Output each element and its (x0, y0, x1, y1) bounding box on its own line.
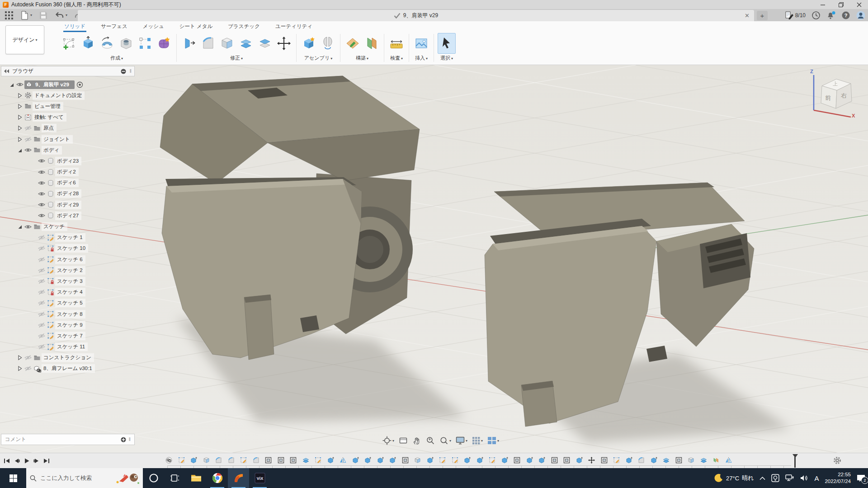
expand-arrow-icon[interactable] (15, 224, 24, 230)
visibility-eye-off-icon[interactable] (37, 245, 46, 251)
timeline-feature-boxed-feature[interactable] (675, 457, 682, 464)
visibility-eye-icon[interactable] (37, 191, 46, 197)
offset-face-button[interactable] (256, 33, 274, 53)
timeline-feature-boxed-feature[interactable] (514, 457, 520, 464)
step-forward-button[interactable] (33, 458, 40, 464)
offset-plane-button[interactable] (363, 33, 380, 53)
activate-component-radio[interactable] (76, 81, 83, 88)
viewcube-right-face[interactable]: 右 (841, 92, 847, 100)
timeline-feature-combine[interactable] (700, 457, 707, 464)
combine-button[interactable] (237, 33, 255, 53)
timeline-feature-sketch[interactable] (178, 457, 185, 464)
timeline-feature-extrude[interactable] (476, 457, 483, 464)
timeline-feature-sketch[interactable] (489, 457, 495, 464)
panel-grip[interactable]: ‖ (130, 69, 132, 74)
visibility-eye-icon[interactable] (37, 180, 46, 186)
expand-arrow-icon[interactable] (15, 136, 24, 142)
ribbon-group-4-label[interactable]: 検査 (390, 55, 403, 61)
tree-item[interactable]: ボディ27 (0, 210, 138, 221)
timeline-feature-boxed-feature[interactable] (278, 457, 284, 464)
rectangular-pattern-button[interactable] (137, 33, 154, 53)
timeline-feature-extrude[interactable] (352, 457, 359, 464)
job-status-button[interactable]: 8/10 (785, 11, 806, 19)
tree-item[interactable]: スケッチ 8 (0, 309, 138, 319)
tree-item[interactable]: スケッチ 1 (0, 232, 138, 243)
expand-arrow-icon[interactable] (15, 355, 24, 361)
user-avatar[interactable] (856, 11, 865, 20)
new-tab-button[interactable]: + (757, 11, 768, 20)
tree-item[interactable]: 接触: すべて (0, 112, 138, 123)
workspace-selector[interactable]: デザイン (5, 25, 44, 54)
ime-mode-indicator[interactable]: A (814, 474, 819, 482)
timeline-feature-fillet[interactable] (638, 457, 645, 464)
timeline-feature-extrude[interactable] (626, 457, 632, 464)
visibility-eye-icon[interactable] (37, 213, 46, 218)
tree-item[interactable]: ボディ23 (0, 155, 138, 166)
expand-arrow-icon[interactable] (15, 147, 24, 153)
timeline-feature-linked-component[interactable] (165, 457, 172, 464)
taskbar-app-task-view[interactable] (164, 468, 185, 488)
visibility-eye-off-icon[interactable] (24, 125, 33, 131)
create-sketch-button[interactable] (61, 33, 78, 53)
step-back-button[interactable] (14, 458, 20, 464)
expand-arrow-icon[interactable] (15, 114, 24, 120)
joint-button[interactable] (319, 33, 336, 53)
timeline-feature-extrude[interactable] (464, 457, 471, 464)
collapse-panel-icon[interactable] (4, 69, 9, 73)
tree-item[interactable]: コンストラクション (0, 352, 138, 363)
comment-box[interactable]: コメント ‖ (1, 434, 135, 445)
tree-item[interactable]: ドキュメントの設定 (0, 90, 138, 101)
viewcube-front-face[interactable]: 前 (825, 94, 831, 102)
timeline-feature-boxed-feature[interactable] (402, 457, 409, 464)
zoom-button[interactable] (425, 435, 436, 446)
expand-arrow-icon[interactable] (15, 125, 24, 131)
start-button[interactable] (0, 468, 26, 488)
timeline-feature-shell[interactable] (688, 457, 694, 464)
pan-button[interactable] (411, 435, 423, 446)
timeline-feature-sketch[interactable] (240, 457, 247, 464)
tree-item[interactable]: スケッチ 5 (0, 298, 138, 309)
visibility-eye-off-icon[interactable] (37, 235, 46, 240)
shell-button[interactable] (218, 33, 236, 53)
ribbon-group-3-label[interactable]: 構築 (356, 55, 368, 61)
expand-arrow-icon[interactable] (15, 366, 24, 371)
undo-button[interactable] (52, 10, 70, 20)
visibility-eye-off-icon[interactable] (37, 267, 46, 273)
ribbon-group-2-label[interactable]: アセンブリ (304, 55, 332, 61)
save-button[interactable] (37, 10, 50, 20)
restore-button[interactable] (832, 0, 850, 9)
fit-button[interactable] (438, 435, 453, 446)
tree-item[interactable]: スケッチ 10 (0, 243, 138, 254)
visibility-eye-icon[interactable] (15, 82, 24, 87)
visibility-eye-off-icon[interactable] (37, 300, 46, 306)
timeline-feature-extrude[interactable] (538, 457, 545, 464)
insert-mesh-button[interactable] (413, 33, 430, 53)
tree-item[interactable]: 原点 (0, 123, 138, 134)
visibility-eye-icon[interactable] (37, 169, 46, 175)
timeline-feature-sketch[interactable] (452, 457, 458, 464)
viewcube-top-face[interactable]: 上 (833, 80, 838, 87)
tree-item[interactable]: ボディ2 (0, 167, 138, 178)
ribbon-tab-4[interactable]: プラスチック (227, 22, 261, 32)
timeline-feature-extrude[interactable] (364, 457, 371, 464)
speaker-icon[interactable] (800, 474, 808, 482)
taskbar-clock[interactable]: 22:55 2022/07/24 (825, 471, 851, 485)
tree-item[interactable]: 8、肩フレーム v30:1 (0, 363, 138, 374)
move-copy-button[interactable] (275, 33, 292, 53)
ribbon-tab-1[interactable]: サーフェス (100, 22, 128, 32)
display-settings-button[interactable] (454, 436, 469, 446)
tree-item[interactable]: ボディ (0, 145, 138, 155)
taskbar-app-chrome[interactable] (207, 468, 228, 488)
taskbar-app-fusion-360[interactable] (228, 468, 249, 488)
timeline-feature-boxed-feature[interactable] (265, 457, 272, 464)
taskbar-app-vix[interactable]: ViX (249, 468, 270, 488)
close-tab-icon[interactable]: ✕ (745, 12, 750, 19)
timeline-feature-boxed-feature[interactable] (551, 457, 558, 464)
orbit-button[interactable] (381, 435, 396, 446)
visibility-eye-icon[interactable] (24, 224, 33, 230)
timeline-feature-mirror[interactable] (725, 457, 732, 464)
timeline-feature-fillet[interactable] (228, 457, 235, 464)
timeline-feature-combine[interactable] (302, 457, 309, 464)
file-menu-button[interactable] (18, 10, 34, 20)
timeline-feature-sketch[interactable] (439, 457, 446, 464)
